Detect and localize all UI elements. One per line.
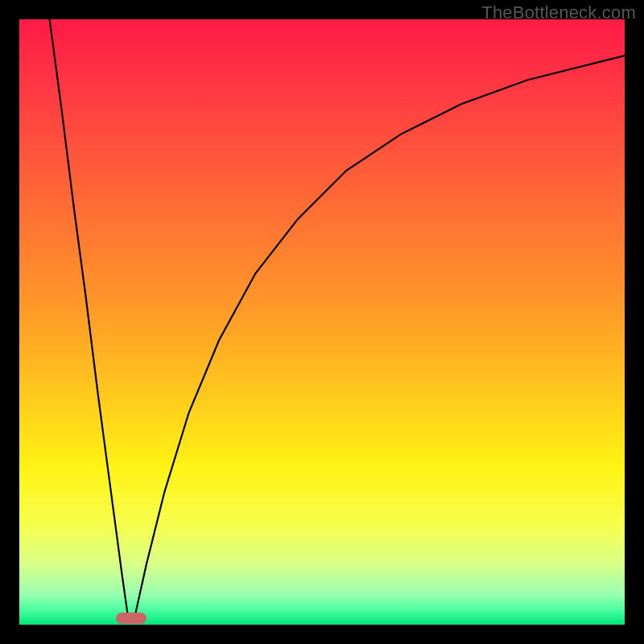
optimum-marker: [116, 613, 147, 624]
plot-area: [19, 19, 625, 625]
chart-frame: TheBottleneck.com: [0, 0, 644, 644]
bottleneck-curve: [19, 19, 625, 625]
